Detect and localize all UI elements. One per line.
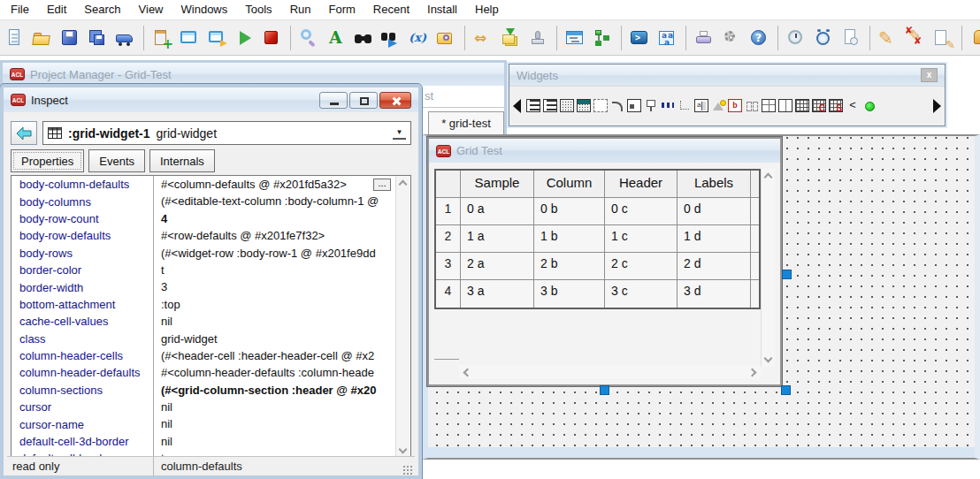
close-icon[interactable]: x: [921, 68, 938, 82]
property-row[interactable]: body-columns(#<editable-text-column :bod…: [11, 193, 410, 209]
property-row[interactable]: body-rows(#<widget-row :body-row-1 @ #x2…: [11, 245, 410, 262]
menu-file[interactable]: File: [2, 0, 38, 19]
selection-handle-bottom[interactable]: [600, 385, 609, 395]
vertical-scrollbar[interactable]: [761, 169, 775, 367]
splitter-handle[interactable]: [434, 359, 459, 360]
tab-properties[interactable]: Properties: [11, 149, 84, 172]
teal-grid-icon[interactable]: [577, 99, 591, 112]
menu-run[interactable]: Run: [281, 0, 320, 19]
flag-icon[interactable]: [644, 99, 658, 112]
property-row[interactable]: column-header-cells(#<header-cell :heade…: [11, 347, 410, 364]
chevron-down-icon[interactable]: [399, 445, 408, 454]
menu-help[interactable]: Help: [466, 0, 508, 19]
grid-cell[interactable]: 1 a: [461, 225, 534, 253]
truck-icon[interactable]: [114, 27, 135, 49]
font-icon[interactable]: [325, 27, 347, 49]
symbol-grid-icon[interactable]: [656, 27, 678, 49]
grid-cell[interactable]: 2 d: [678, 253, 751, 280]
property-row[interactable]: classgrid-widget: [11, 331, 410, 347]
chevron-up-icon[interactable]: [764, 173, 773, 182]
menu-recent[interactable]: Recent: [364, 0, 418, 19]
curve-connector-icon[interactable]: [610, 99, 624, 112]
new-file-icon[interactable]: [4, 27, 26, 49]
ellipsis-button[interactable]: ...: [373, 179, 391, 191]
doc-history-icon[interactable]: [840, 27, 861, 49]
property-row[interactable]: body-row-defaults#<row-defaults @ #x201f…: [11, 227, 410, 244]
run-icon[interactable]: [234, 27, 255, 49]
chevron-up-icon[interactable]: [399, 180, 408, 189]
property-row[interactable]: cache-cell-valuesnil: [11, 313, 410, 330]
blue-bars-icon[interactable]: [661, 99, 675, 112]
menu-form[interactable]: Form: [319, 0, 364, 19]
load-file-icon[interactable]: [500, 27, 521, 49]
dot-grid-icon[interactable]: [560, 99, 574, 112]
horizontal-scrollbar[interactable]: [459, 365, 761, 379]
chevron-down-icon[interactable]: [764, 354, 773, 363]
find-next-icon[interactable]: [380, 27, 402, 49]
tab-events[interactable]: Events: [88, 149, 145, 172]
chevron-left-icon[interactable]: [463, 369, 472, 377]
resize-grip[interactable]: [402, 465, 413, 475]
column-header[interactable]: Header: [605, 171, 678, 198]
grid-cell[interactable]: 3 c: [605, 280, 678, 308]
open-folder-icon[interactable]: [32, 27, 53, 49]
clone-window-icon[interactable]: [206, 27, 227, 49]
property-row[interactable]: cursor-namenil: [11, 415, 410, 432]
property-row[interactable]: border-colort: [11, 262, 410, 278]
grid-cell[interactable]: 0 a: [461, 198, 534, 225]
slider-icon[interactable]: [627, 99, 641, 112]
frame-icon[interactable]: [593, 99, 608, 112]
grid-cell[interactable]: 2 a: [461, 253, 534, 280]
property-row[interactable]: column-sections(#<grid-column-section :h…: [11, 382, 410, 399]
pencil-icon[interactable]: [877, 27, 899, 49]
binoculars-icon[interactable]: [353, 27, 374, 49]
widgets-titlebar[interactable]: Widgets x: [509, 65, 945, 86]
chevron-down-icon[interactable]: ▼: [393, 127, 406, 140]
save-all-icon[interactable]: [87, 27, 108, 49]
warning-draw-icon[interactable]: [711, 99, 725, 112]
column-header[interactable]: Column: [534, 171, 605, 198]
chevron-right-icon[interactable]: [748, 369, 757, 377]
class-graph-icon[interactable]: [592, 27, 613, 49]
tab-internals[interactable]: Internals: [149, 149, 215, 172]
menu-windows[interactable]: Windows: [172, 0, 237, 19]
grid-cell[interactable]: 0 d: [678, 198, 751, 225]
stop-icon[interactable]: [261, 27, 282, 49]
tree-window-icon[interactable]: [564, 27, 586, 49]
help-icon[interactable]: [748, 27, 769, 49]
save-icon[interactable]: [59, 27, 80, 49]
sync-arrows-icon[interactable]: [472, 27, 494, 49]
grid-cell[interactable]: 2 b: [534, 253, 605, 280]
minimize-button[interactable]: [319, 92, 348, 109]
clipboard-add-icon[interactable]: [151, 27, 172, 49]
stamp-icon[interactable]: [527, 27, 548, 49]
property-row[interactable]: border-width3: [11, 278, 410, 295]
table-icon[interactable]: [795, 99, 809, 112]
column-header[interactable]: Sample: [461, 171, 534, 198]
property-row[interactable]: body-column-defaults#<column-defaults @ …: [11, 176, 410, 193]
grid-cell[interactable]: 3 a: [461, 280, 534, 308]
grid-cell[interactable]: 2 c: [605, 253, 678, 280]
selection-handle-right[interactable]: [782, 270, 792, 279]
menu-install[interactable]: Install: [418, 0, 466, 19]
new-window-icon[interactable]: [179, 27, 200, 49]
maximize-button[interactable]: [349, 92, 378, 109]
property-row[interactable]: default-cell-3d-bordernil: [11, 433, 410, 450]
row-number[interactable]: 1: [436, 198, 461, 225]
row-number[interactable]: 3: [436, 253, 461, 280]
alarm-clock-icon[interactable]: [813, 27, 834, 49]
property-row[interactable]: bottom-attachment:top: [11, 296, 410, 313]
hand-add-icon[interactable]: [969, 27, 980, 49]
console-icon[interactable]: [629, 27, 650, 49]
scroll-right-icon[interactable]: [933, 99, 941, 113]
table-s-icon[interactable]: S: [829, 99, 843, 112]
doc-edit-icon[interactable]: [932, 27, 953, 49]
row-number[interactable]: 4: [436, 280, 461, 308]
dual-pane-icon[interactable]: [778, 99, 792, 112]
property-row[interactable]: body-row-count4: [11, 210, 410, 227]
property-row[interactable]: cursornil: [11, 399, 410, 415]
menu-search[interactable]: Search: [75, 0, 129, 19]
list-rows-2-icon[interactable]: [543, 99, 557, 112]
menu-view[interactable]: View: [130, 0, 172, 19]
printer-icon[interactable]: [693, 27, 715, 49]
